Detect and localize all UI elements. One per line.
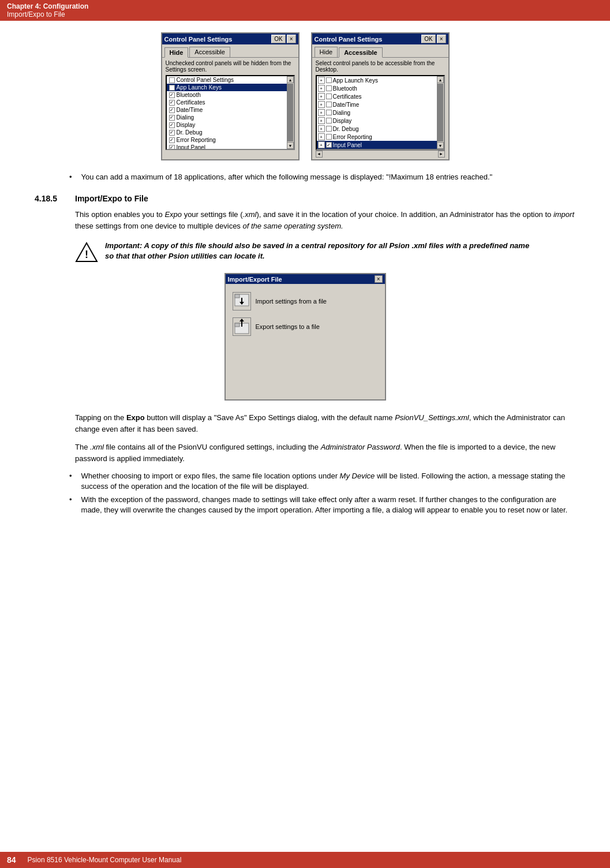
right-dialog-buttons: OK × bbox=[421, 35, 446, 43]
list-item[interactable]: Dialing bbox=[167, 114, 287, 121]
section-number: 4.18.5 bbox=[35, 194, 63, 203]
expand-icon[interactable]: + bbox=[318, 125, 325, 132]
tree-checkbox[interactable] bbox=[326, 118, 332, 124]
list-item[interactable]: Display bbox=[167, 121, 287, 129]
checkbox[interactable] bbox=[169, 145, 175, 151]
tree-item[interactable]: + Date/Time bbox=[317, 100, 437, 108]
expand-icon[interactable]: + bbox=[318, 133, 325, 140]
left-dialog-close-btn[interactable]: × bbox=[287, 35, 296, 43]
section-title: Import/Expo to File bbox=[75, 194, 148, 203]
tree-item[interactable]: + Error Reporting bbox=[317, 133, 437, 141]
tree-item-input-panel[interactable]: + Input Panel bbox=[317, 141, 437, 149]
checkbox[interactable] bbox=[169, 115, 175, 121]
checkbox[interactable] bbox=[169, 107, 175, 113]
list-item[interactable]: Control Panel Settings bbox=[167, 76, 287, 84]
chapter-label: Chapter 4: Configuration bbox=[7, 2, 603, 10]
right-hscrollbar[interactable]: ◄ ► bbox=[316, 150, 445, 157]
tree-checkbox[interactable] bbox=[326, 134, 332, 140]
tree-checkbox[interactable] bbox=[326, 93, 332, 99]
bullet-text-1: You can add a maximum of 18 applications… bbox=[81, 172, 493, 182]
tree-checkbox[interactable] bbox=[326, 126, 332, 132]
scroll-thumb[interactable] bbox=[287, 84, 293, 141]
body-text-3: The .xml file contains all of the PsionV… bbox=[75, 442, 575, 464]
warning-text: Important: A copy of this file should al… bbox=[105, 241, 535, 261]
list-item[interactable]: Certificates bbox=[167, 99, 287, 106]
expand-icon[interactable]: + bbox=[318, 93, 325, 100]
left-dialog-tabs: Hide Accessible bbox=[162, 44, 298, 58]
checkbox[interactable] bbox=[169, 100, 175, 106]
right-tab-hide[interactable]: Hide bbox=[315, 47, 338, 57]
right-tab-accessible[interactable]: Accessible bbox=[339, 47, 382, 58]
import-item[interactable]: Import settings from a file bbox=[230, 289, 380, 314]
scroll-down-arrow[interactable]: ▼ bbox=[287, 142, 294, 149]
list-item[interactable]: Dr. Debug bbox=[167, 129, 287, 136]
tree-item[interactable]: + Dialing bbox=[317, 108, 437, 117]
bullet-item-2: Whether choosing to import or expo files… bbox=[69, 471, 575, 492]
list-item[interactable]: Input Panel bbox=[167, 144, 287, 150]
tree-item[interactable]: + Internet Options bbox=[317, 149, 437, 150]
expand-icon[interactable]: + bbox=[318, 117, 325, 124]
page-footer: 84 Psion 8516 Vehicle-Mount Computer Use… bbox=[0, 852, 610, 868]
ie-close-btn[interactable]: × bbox=[375, 275, 383, 283]
expand-icon[interactable]: + bbox=[318, 109, 325, 116]
import-label: Import settings from a file bbox=[256, 298, 327, 305]
expand-icon[interactable]: + bbox=[318, 149, 325, 150]
tree-checkbox[interactable] bbox=[326, 102, 332, 107]
checkbox[interactable] bbox=[169, 137, 175, 143]
expand-icon[interactable]: + bbox=[318, 141, 325, 148]
checkbox[interactable] bbox=[169, 85, 175, 91]
checkbox[interactable] bbox=[169, 92, 175, 98]
checkbox[interactable] bbox=[169, 130, 175, 136]
section-label: Import/Expo to File bbox=[7, 10, 603, 18]
expand-icon[interactable]: + bbox=[318, 85, 325, 92]
list-item[interactable]: App Launch Keys bbox=[167, 84, 287, 91]
left-dialog-ok-btn[interactable]: OK bbox=[271, 35, 285, 43]
tree-item[interactable]: + Display bbox=[317, 117, 437, 125]
list-item[interactable]: Bluetooth bbox=[167, 91, 287, 99]
right-dialog-close-btn[interactable]: × bbox=[437, 35, 446, 43]
scroll-down-arrow[interactable]: ▼ bbox=[437, 142, 444, 149]
right-dialog-ok-btn[interactable]: OK bbox=[421, 35, 435, 43]
ie-titlebar: Import/Export File × bbox=[226, 274, 385, 284]
tree-checkbox[interactable] bbox=[326, 142, 332, 148]
checkbox[interactable] bbox=[169, 122, 175, 128]
expand-icon[interactable]: + bbox=[318, 101, 325, 108]
left-tab-hide[interactable]: Hide bbox=[164, 47, 189, 58]
right-dialog-titlebar: Control Panel Settings OK × bbox=[312, 33, 448, 44]
left-dialog: Control Panel Settings OK × Hide Accessi… bbox=[161, 32, 300, 160]
tree-item[interactable]: + App Launch Keys bbox=[317, 76, 437, 84]
header: Chapter 4: Configuration Import/Expo to … bbox=[0, 0, 610, 21]
left-tab-accessible[interactable]: Accessible bbox=[189, 47, 230, 57]
export-item[interactable]: Export settings to a file bbox=[230, 314, 380, 339]
checkbox[interactable] bbox=[169, 77, 175, 83]
hscroll-left-arrow[interactable]: ◄ bbox=[316, 151, 323, 158]
left-dialog-listbox: Control Panel Settings App Launch Keys B… bbox=[166, 75, 295, 150]
tree-checkbox[interactable] bbox=[326, 77, 332, 83]
list-item[interactable]: Error Reporting bbox=[167, 136, 287, 144]
expand-icon[interactable]: + bbox=[318, 77, 325, 84]
list-item[interactable]: Date/Time bbox=[167, 106, 287, 114]
tree-checkbox[interactable] bbox=[326, 85, 332, 91]
tree-item[interactable]: + Certificates bbox=[317, 92, 437, 100]
tree-item[interactable]: + Bluetooth bbox=[317, 84, 437, 92]
bullet-item-1: You can add a maximum of 18 applications… bbox=[69, 172, 575, 182]
scroll-up-arrow[interactable]: ▲ bbox=[287, 76, 294, 83]
warning-box: ! Important: A copy of this file should … bbox=[75, 241, 535, 264]
hscroll-right-arrow[interactable]: ► bbox=[438, 151, 445, 158]
svg-rect-3 bbox=[235, 294, 239, 298]
scroll-up-arrow[interactable]: ▲ bbox=[437, 76, 444, 83]
left-dialog-titlebar: Control Panel Settings OK × bbox=[162, 33, 298, 44]
left-scrollbar[interactable]: ▲ ▼ bbox=[287, 76, 294, 149]
bullet-text-2: Whether choosing to import or expo files… bbox=[81, 471, 575, 492]
page-number: 84 bbox=[7, 855, 16, 865]
right-dialog-listbox: + App Launch Keys + Bluetooth + C bbox=[316, 75, 445, 150]
scroll-thumb[interactable] bbox=[437, 84, 443, 141]
tree-item[interactable]: + Dr. Debug bbox=[317, 125, 437, 133]
tree-checkbox[interactable] bbox=[326, 110, 332, 115]
import-export-dialog: Import/Export File × Import settings fro… bbox=[224, 273, 386, 401]
right-scrollbar[interactable]: ▲ ▼ bbox=[437, 76, 444, 149]
right-dialog-title: Control Panel Settings bbox=[315, 36, 383, 43]
left-dialog-content: Unchecked control panels will be hidden … bbox=[162, 58, 298, 152]
body-text-1: This option enables you to Expo your set… bbox=[75, 209, 575, 231]
svg-marker-9 bbox=[239, 319, 244, 321]
